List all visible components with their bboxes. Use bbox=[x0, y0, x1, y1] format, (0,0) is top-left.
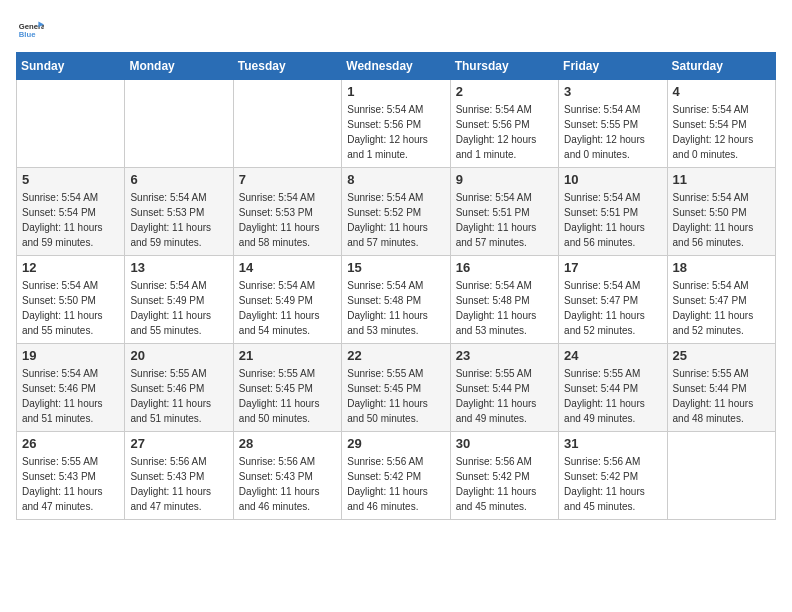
calendar-cell: 12Sunrise: 5:54 AM Sunset: 5:50 PM Dayli… bbox=[17, 256, 125, 344]
calendar-cell bbox=[125, 80, 233, 168]
calendar-cell: 17Sunrise: 5:54 AM Sunset: 5:47 PM Dayli… bbox=[559, 256, 667, 344]
calendar-cell: 20Sunrise: 5:55 AM Sunset: 5:46 PM Dayli… bbox=[125, 344, 233, 432]
calendar-cell: 10Sunrise: 5:54 AM Sunset: 5:51 PM Dayli… bbox=[559, 168, 667, 256]
day-number: 27 bbox=[130, 436, 227, 451]
calendar-cell: 11Sunrise: 5:54 AM Sunset: 5:50 PM Dayli… bbox=[667, 168, 775, 256]
day-info: Sunrise: 5:54 AM Sunset: 5:47 PM Dayligh… bbox=[564, 278, 661, 338]
calendar-cell: 24Sunrise: 5:55 AM Sunset: 5:44 PM Dayli… bbox=[559, 344, 667, 432]
day-info: Sunrise: 5:55 AM Sunset: 5:44 PM Dayligh… bbox=[564, 366, 661, 426]
day-number: 15 bbox=[347, 260, 444, 275]
day-number: 14 bbox=[239, 260, 336, 275]
calendar-cell: 22Sunrise: 5:55 AM Sunset: 5:45 PM Dayli… bbox=[342, 344, 450, 432]
day-info: Sunrise: 5:54 AM Sunset: 5:51 PM Dayligh… bbox=[564, 190, 661, 250]
day-number: 18 bbox=[673, 260, 770, 275]
svg-text:Blue: Blue bbox=[19, 30, 36, 39]
day-number: 13 bbox=[130, 260, 227, 275]
logo: General Blue bbox=[16, 16, 48, 44]
calendar-cell: 29Sunrise: 5:56 AM Sunset: 5:42 PM Dayli… bbox=[342, 432, 450, 520]
calendar-cell: 19Sunrise: 5:54 AM Sunset: 5:46 PM Dayli… bbox=[17, 344, 125, 432]
day-number: 7 bbox=[239, 172, 336, 187]
calendar-cell: 14Sunrise: 5:54 AM Sunset: 5:49 PM Dayli… bbox=[233, 256, 341, 344]
day-number: 12 bbox=[22, 260, 119, 275]
day-info: Sunrise: 5:54 AM Sunset: 5:55 PM Dayligh… bbox=[564, 102, 661, 162]
calendar-cell: 16Sunrise: 5:54 AM Sunset: 5:48 PM Dayli… bbox=[450, 256, 558, 344]
calendar-week-row: 26Sunrise: 5:55 AM Sunset: 5:43 PM Dayli… bbox=[17, 432, 776, 520]
calendar-week-row: 5Sunrise: 5:54 AM Sunset: 5:54 PM Daylig… bbox=[17, 168, 776, 256]
day-info: Sunrise: 5:55 AM Sunset: 5:43 PM Dayligh… bbox=[22, 454, 119, 514]
day-info: Sunrise: 5:55 AM Sunset: 5:44 PM Dayligh… bbox=[456, 366, 553, 426]
calendar-week-row: 1Sunrise: 5:54 AM Sunset: 5:56 PM Daylig… bbox=[17, 80, 776, 168]
day-number: 31 bbox=[564, 436, 661, 451]
calendar-cell: 7Sunrise: 5:54 AM Sunset: 5:53 PM Daylig… bbox=[233, 168, 341, 256]
day-info: Sunrise: 5:54 AM Sunset: 5:51 PM Dayligh… bbox=[456, 190, 553, 250]
calendar-cell: 6Sunrise: 5:54 AM Sunset: 5:53 PM Daylig… bbox=[125, 168, 233, 256]
day-info: Sunrise: 5:56 AM Sunset: 5:42 PM Dayligh… bbox=[347, 454, 444, 514]
day-info: Sunrise: 5:56 AM Sunset: 5:43 PM Dayligh… bbox=[130, 454, 227, 514]
day-info: Sunrise: 5:54 AM Sunset: 5:53 PM Dayligh… bbox=[130, 190, 227, 250]
calendar-cell: 21Sunrise: 5:55 AM Sunset: 5:45 PM Dayli… bbox=[233, 344, 341, 432]
calendar-cell: 9Sunrise: 5:54 AM Sunset: 5:51 PM Daylig… bbox=[450, 168, 558, 256]
day-info: Sunrise: 5:55 AM Sunset: 5:45 PM Dayligh… bbox=[347, 366, 444, 426]
day-info: Sunrise: 5:54 AM Sunset: 5:48 PM Dayligh… bbox=[347, 278, 444, 338]
logo-icon: General Blue bbox=[16, 16, 44, 44]
day-number: 28 bbox=[239, 436, 336, 451]
weekday-header: Saturday bbox=[667, 53, 775, 80]
weekday-header: Sunday bbox=[17, 53, 125, 80]
day-number: 19 bbox=[22, 348, 119, 363]
day-number: 23 bbox=[456, 348, 553, 363]
day-info: Sunrise: 5:54 AM Sunset: 5:54 PM Dayligh… bbox=[22, 190, 119, 250]
weekday-header: Friday bbox=[559, 53, 667, 80]
weekday-header: Wednesday bbox=[342, 53, 450, 80]
day-number: 22 bbox=[347, 348, 444, 363]
day-number: 16 bbox=[456, 260, 553, 275]
day-number: 10 bbox=[564, 172, 661, 187]
day-info: Sunrise: 5:55 AM Sunset: 5:46 PM Dayligh… bbox=[130, 366, 227, 426]
day-number: 17 bbox=[564, 260, 661, 275]
day-number: 2 bbox=[456, 84, 553, 99]
day-info: Sunrise: 5:56 AM Sunset: 5:42 PM Dayligh… bbox=[456, 454, 553, 514]
day-number: 5 bbox=[22, 172, 119, 187]
day-info: Sunrise: 5:54 AM Sunset: 5:50 PM Dayligh… bbox=[673, 190, 770, 250]
day-info: Sunrise: 5:54 AM Sunset: 5:54 PM Dayligh… bbox=[673, 102, 770, 162]
day-info: Sunrise: 5:56 AM Sunset: 5:42 PM Dayligh… bbox=[564, 454, 661, 514]
day-number: 3 bbox=[564, 84, 661, 99]
day-number: 9 bbox=[456, 172, 553, 187]
day-number: 8 bbox=[347, 172, 444, 187]
day-number: 25 bbox=[673, 348, 770, 363]
calendar-table: SundayMondayTuesdayWednesdayThursdayFrid… bbox=[16, 52, 776, 520]
calendar-cell: 26Sunrise: 5:55 AM Sunset: 5:43 PM Dayli… bbox=[17, 432, 125, 520]
calendar-cell: 5Sunrise: 5:54 AM Sunset: 5:54 PM Daylig… bbox=[17, 168, 125, 256]
day-number: 24 bbox=[564, 348, 661, 363]
calendar-cell bbox=[667, 432, 775, 520]
calendar-cell: 4Sunrise: 5:54 AM Sunset: 5:54 PM Daylig… bbox=[667, 80, 775, 168]
day-info: Sunrise: 5:54 AM Sunset: 5:50 PM Dayligh… bbox=[22, 278, 119, 338]
calendar-cell: 25Sunrise: 5:55 AM Sunset: 5:44 PM Dayli… bbox=[667, 344, 775, 432]
day-info: Sunrise: 5:54 AM Sunset: 5:48 PM Dayligh… bbox=[456, 278, 553, 338]
day-info: Sunrise: 5:54 AM Sunset: 5:49 PM Dayligh… bbox=[239, 278, 336, 338]
day-info: Sunrise: 5:54 AM Sunset: 5:52 PM Dayligh… bbox=[347, 190, 444, 250]
day-number: 6 bbox=[130, 172, 227, 187]
calendar-cell: 1Sunrise: 5:54 AM Sunset: 5:56 PM Daylig… bbox=[342, 80, 450, 168]
day-number: 26 bbox=[22, 436, 119, 451]
calendar-cell: 8Sunrise: 5:54 AM Sunset: 5:52 PM Daylig… bbox=[342, 168, 450, 256]
day-number: 30 bbox=[456, 436, 553, 451]
calendar-cell: 3Sunrise: 5:54 AM Sunset: 5:55 PM Daylig… bbox=[559, 80, 667, 168]
day-info: Sunrise: 5:54 AM Sunset: 5:46 PM Dayligh… bbox=[22, 366, 119, 426]
day-info: Sunrise: 5:55 AM Sunset: 5:44 PM Dayligh… bbox=[673, 366, 770, 426]
day-number: 29 bbox=[347, 436, 444, 451]
day-info: Sunrise: 5:54 AM Sunset: 5:53 PM Dayligh… bbox=[239, 190, 336, 250]
calendar-cell: 28Sunrise: 5:56 AM Sunset: 5:43 PM Dayli… bbox=[233, 432, 341, 520]
calendar-cell: 27Sunrise: 5:56 AM Sunset: 5:43 PM Dayli… bbox=[125, 432, 233, 520]
calendar-cell: 18Sunrise: 5:54 AM Sunset: 5:47 PM Dayli… bbox=[667, 256, 775, 344]
day-number: 4 bbox=[673, 84, 770, 99]
calendar-cell bbox=[233, 80, 341, 168]
weekday-header: Tuesday bbox=[233, 53, 341, 80]
day-number: 21 bbox=[239, 348, 336, 363]
day-info: Sunrise: 5:54 AM Sunset: 5:56 PM Dayligh… bbox=[347, 102, 444, 162]
day-info: Sunrise: 5:56 AM Sunset: 5:43 PM Dayligh… bbox=[239, 454, 336, 514]
calendar-week-row: 19Sunrise: 5:54 AM Sunset: 5:46 PM Dayli… bbox=[17, 344, 776, 432]
calendar-cell: 13Sunrise: 5:54 AM Sunset: 5:49 PM Dayli… bbox=[125, 256, 233, 344]
calendar-cell: 30Sunrise: 5:56 AM Sunset: 5:42 PM Dayli… bbox=[450, 432, 558, 520]
day-number: 11 bbox=[673, 172, 770, 187]
calendar-cell: 15Sunrise: 5:54 AM Sunset: 5:48 PM Dayli… bbox=[342, 256, 450, 344]
